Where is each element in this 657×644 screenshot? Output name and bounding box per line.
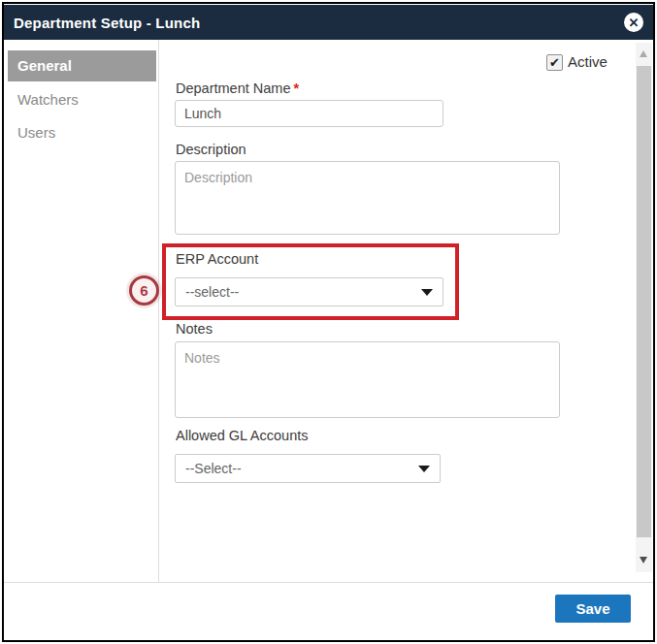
description-label: Description (176, 142, 246, 157)
close-icon[interactable]: ✕ (624, 13, 643, 32)
allowed-gl-accounts-label: Allowed GL Accounts (176, 428, 308, 443)
scrollbar-thumb[interactable] (637, 66, 651, 537)
tab-general[interactable]: General (8, 50, 156, 81)
modal-header: Department Setup - Lunch ✕ (4, 5, 653, 40)
save-button[interactable]: Save (555, 595, 631, 623)
notes-textarea[interactable] (175, 341, 560, 418)
allowed-gl-accounts-select[interactable]: --Select-- (175, 454, 441, 483)
department-setup-modal (2, 2, 655, 642)
chevron-down-icon (421, 289, 433, 296)
erp-account-selected-value: --select-- (185, 284, 239, 300)
description-textarea[interactable] (175, 161, 560, 235)
modal-title: Department Setup - Lunch (14, 15, 200, 31)
active-checkbox-label: Active (568, 53, 608, 70)
screenshot-canvas: Department Setup - Lunch ✕ General Watch… (0, 0, 657, 644)
scroll-down-icon[interactable] (640, 557, 647, 564)
tab-users[interactable]: Users (17, 124, 55, 141)
chevron-down-icon (418, 466, 430, 472)
scroll-up-icon[interactable] (640, 50, 647, 57)
footer-divider (4, 582, 653, 583)
erp-account-select[interactable]: --select-- (175, 277, 443, 306)
annotation-step-badge: 6 (129, 275, 159, 306)
erp-account-label: ERP Account (176, 251, 258, 267)
tab-watchers[interactable]: Watchers (17, 91, 79, 108)
department-name-input[interactable] (175, 100, 443, 127)
notes-label: Notes (176, 321, 213, 337)
scrollbar[interactable] (636, 43, 652, 572)
required-marker: * (293, 80, 299, 96)
department-name-label: Department Name* (176, 80, 299, 96)
active-checkbox[interactable]: ✔ (546, 54, 563, 71)
department-name-label-text: Department Name (176, 80, 290, 96)
sidebar-divider (158, 40, 159, 582)
allowed-gl-accounts-selected-value: --Select-- (185, 461, 242, 476)
